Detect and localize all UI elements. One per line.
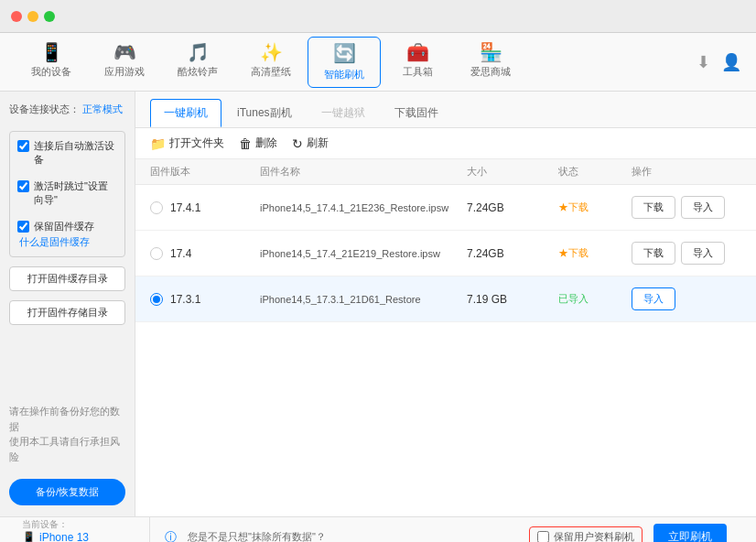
main-layout: 设备连接状态： 正常模式 连接后自动激活设备 激活时跳过"设置向导" 保留固件缓… <box>0 92 756 516</box>
size-2: 7.24GB <box>467 247 558 260</box>
status-3: 已导入 <box>558 292 632 306</box>
open-folder-button[interactable]: 📁 打开文件夹 <box>150 136 224 151</box>
save-firmware-checkbox[interactable] <box>17 221 29 233</box>
options-box: 连接后自动激活设备 激活时跳过"设置向导" 保留固件缓存 什么是固件缓存 <box>9 131 125 257</box>
phone-small-icon: 📱 <box>22 531 36 543</box>
preserve-check-checkbox[interactable] <box>537 531 549 542</box>
hint-text: 您是不是只想"抹除所有数据"？ <box>188 530 326 542</box>
nav-label-store: 爱思商城 <box>470 65 511 79</box>
sidebar-notice: 请在操作前备份好您的数据使用本工具请自行承担风险 <box>9 404 125 464</box>
save-firmware-option[interactable]: 保留固件缓存 <box>17 220 117 233</box>
nav-item-ringtone[interactable]: 🎵 酷炫铃声 <box>161 33 234 92</box>
refresh-button[interactable]: ↻ 刷新 <box>292 136 329 151</box>
tab-one-click[interactable]: 一键刷机 <box>150 99 221 127</box>
radio-1[interactable] <box>150 201 163 214</box>
wallpaper-icon: ✨ <box>260 43 283 61</box>
skip-guide-option[interactable]: 激活时跳过"设置向导" <box>17 179 117 207</box>
nav-item-store[interactable]: 🏪 爱思商城 <box>454 33 527 92</box>
nav-label-smart-flash: 智能刷机 <box>324 68 364 81</box>
titlebar <box>0 0 756 33</box>
nav-label-ringtone: 酷炫铃声 <box>178 65 218 79</box>
open-storage-dir-button[interactable]: 打开固件存储目录 <box>9 300 125 325</box>
nav-item-wallpaper[interactable]: ✨ 高清壁纸 <box>234 33 308 92</box>
status-1: ★下载 <box>558 201 632 214</box>
user-icon[interactable]: 👤 <box>721 52 741 72</box>
filename-1: iPhone14,5_17.4.1_21E236_Restore.ipsw <box>260 202 467 213</box>
skip-guide-label: 激活时跳过"设置向导" <box>34 179 117 207</box>
nav-label-my-device: 我的设备 <box>31 65 71 79</box>
nav-item-toolbox[interactable]: 🧰 工具箱 <box>381 33 454 92</box>
toolbar: 📁 打开文件夹 🗑 删除 ↻ 刷新 <box>135 128 756 159</box>
top-nav: 📱 我的设备 🎮 应用游戏 🎵 酷炫铃声 ✨ 高清壁纸 🔄 智能刷机 🧰 工具箱… <box>0 33 756 92</box>
tab-bar: 一键刷机 iTunes副机 一键越狱 下载固件 <box>135 92 756 128</box>
content-area: 一键刷机 iTunes副机 一键越狱 下载固件 📁 打开文件夹 🗑 删除 ↻ 刷… <box>135 92 756 516</box>
skip-guide-checkbox[interactable] <box>17 180 29 192</box>
flash-icon: 🔄 <box>333 42 356 64</box>
bottom-left-section: 当前设备： 📱 iPhone 13 蓝色 <box>15 517 150 542</box>
filename-3: iPhone14,5_17.3.1_21D61_Restore <box>260 294 467 305</box>
nav-item-smart-flash[interactable]: 🔄 智能刷机 <box>308 37 381 88</box>
radio-3[interactable] <box>150 293 163 306</box>
flash-now-button[interactable]: 立即刷机 <box>653 524 727 542</box>
table-row: 17.3.1 iPhone14,5_17.3.1_21D61_Restore 7… <box>135 276 756 322</box>
import-btn-3[interactable]: 导入 <box>632 287 675 310</box>
nav-item-my-device[interactable]: 📱 我的设备 <box>15 33 88 92</box>
preserve-check-label: 保留用户资料刷机 <box>554 530 634 542</box>
device-name-text: iPhone 13 <box>39 531 89 543</box>
radio-2[interactable] <box>150 247 163 260</box>
action-btns-1: 下载 导入 <box>632 196 741 219</box>
version-2: 17.4 <box>170 247 191 260</box>
open-cache-dir-button[interactable]: 打开固件缓存目录 <box>9 266 125 291</box>
open-folder-label: 打开文件夹 <box>169 136 224 151</box>
folder-icon: 📁 <box>150 136 166 151</box>
auto-activate-label: 连接后自动激活设备 <box>34 139 117 167</box>
nav-label-app-game: 应用游戏 <box>104 65 145 79</box>
delete-label: 删除 <box>255 136 277 151</box>
firmware-cache-link[interactable]: 什么是固件缓存 <box>19 235 117 249</box>
store-icon: 🏪 <box>480 43 502 61</box>
size-3: 7.19 GB <box>467 293 558 306</box>
nav-item-app-game[interactable]: 🎮 应用游戏 <box>88 33 161 92</box>
toolbox-icon: 🧰 <box>406 43 429 61</box>
delete-icon: 🗑 <box>239 136 252 151</box>
backup-restore-button[interactable]: 备份/恢复数据 <box>9 479 125 505</box>
auto-activate-option[interactable]: 连接后自动激活设备 <box>17 139 117 167</box>
tab-itunes[interactable]: iTunes副机 <box>223 99 306 127</box>
download-btn-1[interactable]: 下载 <box>632 196 675 219</box>
version-cell-3: 17.3.1 <box>150 293 260 306</box>
action-btns-3: 导入 <box>632 287 741 310</box>
nav-items: 📱 我的设备 🎮 应用游戏 🎵 酷炫铃声 ✨ 高清壁纸 🔄 智能刷机 🧰 工具箱… <box>15 33 527 92</box>
device-name: 📱 iPhone 13 <box>22 531 140 543</box>
close-button[interactable] <box>11 11 22 22</box>
col-status: 状态 <box>558 165 632 179</box>
status-label: 设备连接状态： <box>9 103 80 114</box>
phone-icon: 📱 <box>40 43 63 61</box>
col-name: 固件名称 <box>260 165 467 179</box>
delete-button[interactable]: 🗑 删除 <box>239 136 277 151</box>
sidebar: 设备连接状态： 正常模式 连接后自动激活设备 激活时跳过"设置向导" 保留固件缓… <box>0 92 135 516</box>
bottom-right-section: ⓘ 您是不是只想"抹除所有数据"？ 保留用户资料刷机 立即刷机 <box>150 517 741 542</box>
music-icon: 🎵 <box>187 43 210 61</box>
import-btn-1[interactable]: 导入 <box>681 196 725 219</box>
refresh-icon: ↻ <box>292 136 303 151</box>
status-2: ★下载 <box>558 246 632 260</box>
download-icon[interactable]: ⬇ <box>697 52 710 72</box>
import-btn-2[interactable]: 导入 <box>681 242 725 265</box>
nav-right: ⬇ 👤 <box>697 52 741 72</box>
auto-activate-checkbox[interactable] <box>17 140 29 152</box>
preserve-check-option[interactable]: 保留用户资料刷机 <box>529 526 643 542</box>
download-btn-2[interactable]: 下载 <box>632 242 675 265</box>
table-header: 固件版本 固件名称 大小 状态 操作 <box>135 159 756 185</box>
table-row: 17.4 iPhone14,5_17.4_21E219_Restore.ipsw… <box>135 231 756 276</box>
version-cell-2: 17.4 <box>150 247 260 260</box>
bottom-bar: 当前设备： 📱 iPhone 13 蓝色 ⓘ 您是不是只想"抹除所有数据"？ 保… <box>0 516 756 542</box>
traffic-lights <box>11 11 55 22</box>
fullscreen-button[interactable] <box>44 11 55 22</box>
minimize-button[interactable] <box>27 11 38 22</box>
device-status: 设备连接状态： 正常模式 <box>9 103 125 116</box>
col-size: 大小 <box>467 165 558 179</box>
device-label: 当前设备： <box>22 518 140 531</box>
tab-jailbreak: 一键越狱 <box>308 99 379 127</box>
tab-download-fw[interactable]: 下载固件 <box>381 99 452 127</box>
action-btns-2: 下载 导入 <box>632 242 741 265</box>
